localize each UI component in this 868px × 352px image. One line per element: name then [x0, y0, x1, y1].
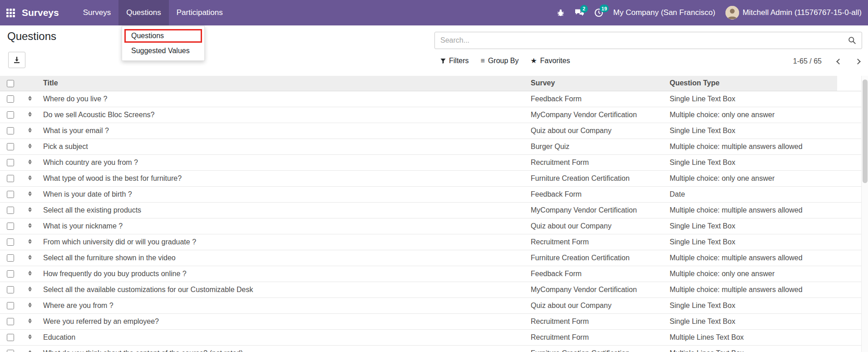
row-checkbox[interactable] — [7, 286, 14, 293]
drag-handle[interactable] — [21, 266, 39, 282]
drag-handle[interactable] — [21, 91, 39, 107]
row-checkbox[interactable] — [7, 95, 14, 103]
table-row[interactable]: Were you referred by an employee? Recrui… — [0, 313, 861, 329]
table-row[interactable]: Select all the furniture shown in the vi… — [0, 250, 861, 266]
drag-handle[interactable] — [21, 218, 39, 234]
row-checkbox[interactable] — [7, 223, 14, 230]
search-input[interactable] — [435, 36, 843, 45]
menu-item-surveys[interactable]: Surveys — [75, 0, 118, 25]
table-row[interactable]: Education Recruitment Form Multiple Line… — [0, 329, 861, 345]
row-title: Do we sell Acoustic Bloc Screens? — [39, 107, 526, 123]
sort-arrows-icon — [28, 238, 32, 244]
table-row[interactable]: From which university did or will you gr… — [0, 234, 861, 250]
drag-handle[interactable] — [21, 123, 39, 139]
table-row[interactable]: When is your date of birth ? Feedback Fo… — [0, 186, 861, 202]
row-checkbox[interactable] — [7, 270, 14, 278]
drag-handle[interactable] — [21, 154, 39, 170]
row-checkbox[interactable] — [7, 334, 14, 341]
row-checkbox[interactable] — [7, 143, 14, 150]
drag-handle[interactable] — [21, 297, 39, 313]
table-row[interactable]: What do you think about the content of t… — [0, 345, 861, 352]
dropdown-item-suggested-values[interactable]: Suggested Values — [122, 44, 204, 58]
export-button[interactable] — [8, 52, 25, 68]
column-header-survey[interactable]: Survey — [526, 76, 665, 91]
drag-handle[interactable] — [21, 107, 39, 123]
menu-item-participations[interactable]: Participations — [169, 0, 231, 25]
row-select-cell — [0, 282, 21, 297]
select-all-checkbox[interactable] — [7, 80, 14, 87]
pager-next-button[interactable] — [855, 59, 861, 64]
table-row[interactable]: Pick a subject Burger Quiz Multiple choi… — [0, 139, 861, 154]
activities-menu-button[interactable]: 19 — [594, 8, 603, 17]
table-row[interactable]: Select all the available customizations … — [0, 282, 861, 297]
app-brand[interactable]: Surveys — [22, 0, 59, 25]
row-checkbox[interactable] — [7, 207, 14, 214]
search-options: Filters ≡ Group By ★ Favorites — [437, 55, 574, 67]
dropdown-item-questions[interactable]: Questions — [124, 29, 202, 43]
drag-handle[interactable] — [21, 313, 39, 329]
row-survey: Recruitment Form — [526, 313, 665, 329]
pager-range[interactable]: 1-65 / 65 — [793, 57, 822, 65]
table-row[interactable]: How frequently do you buy products onlin… — [0, 266, 861, 282]
handle-header-cell — [21, 76, 39, 91]
table-row[interactable]: Which country are you from ? Recruitment… — [0, 154, 861, 170]
row-checkbox[interactable] — [7, 191, 14, 198]
search-button[interactable] — [843, 32, 862, 49]
pager-previous-button[interactable] — [836, 59, 842, 64]
row-select-cell — [0, 345, 21, 352]
row-checkbox[interactable] — [7, 111, 14, 119]
vertical-scrollbar[interactable] — [861, 76, 868, 352]
systray: 2 19 My Company (San Francisco) Mitchell… — [557, 0, 868, 25]
row-extra-cell — [837, 266, 861, 282]
row-title: Where do you live ? — [39, 91, 526, 107]
group-by-button[interactable]: ≡ Group By — [477, 55, 523, 67]
table-row[interactable]: What is your email ? Quiz about our Comp… — [0, 123, 861, 139]
filters-label: Filters — [449, 57, 469, 65]
table-row[interactable]: What is your nickname ? Quiz about our C… — [0, 218, 861, 234]
row-extra-cell — [837, 329, 861, 345]
row-extra-cell — [837, 202, 861, 218]
drag-handle[interactable] — [21, 329, 39, 345]
row-checkbox[interactable] — [7, 127, 14, 134]
row-title: Select all the existing products — [39, 202, 526, 218]
column-header-question-type[interactable]: Question Type — [665, 76, 837, 91]
row-checkbox[interactable] — [7, 302, 14, 309]
row-checkbox[interactable] — [7, 254, 14, 262]
table-row[interactable]: Where are you from ? Quiz about our Comp… — [0, 297, 861, 313]
row-select-cell — [0, 123, 21, 139]
company-switcher[interactable]: My Company (San Francisco) — [613, 8, 715, 17]
favorites-button[interactable]: ★ Favorites — [527, 55, 574, 67]
row-select-cell — [0, 266, 21, 282]
sort-arrows-icon — [28, 111, 32, 117]
row-checkbox[interactable] — [7, 175, 14, 182]
drag-handle[interactable] — [21, 170, 39, 186]
debug-menu-button[interactable] — [557, 9, 565, 17]
drag-handle[interactable] — [21, 186, 39, 202]
menu-item-questions[interactable]: Questions — [118, 0, 169, 25]
drag-handle[interactable] — [21, 345, 39, 352]
column-header-title[interactable]: Title — [39, 76, 526, 91]
scrollbar-thumb[interactable] — [863, 79, 868, 183]
row-checkbox[interactable] — [7, 238, 14, 246]
drag-handle[interactable] — [21, 234, 39, 250]
row-checkbox[interactable] — [7, 350, 14, 352]
table-row[interactable]: Do we sell Acoustic Bloc Screens? MyComp… — [0, 107, 861, 123]
table-row[interactable]: Where do you live ? Feedback Form Single… — [0, 91, 861, 107]
drag-handle[interactable] — [21, 202, 39, 218]
user-menu[interactable]: Mitchell Admin (11576767-15-0-all) — [725, 6, 862, 20]
row-checkbox[interactable] — [7, 159, 14, 166]
row-select-cell — [0, 297, 21, 313]
sort-arrows-icon — [28, 95, 32, 101]
sort-arrows-icon — [28, 175, 32, 181]
table-row[interactable]: Select all the existing products MyCompa… — [0, 202, 861, 218]
filters-button[interactable]: Filters — [437, 55, 473, 67]
table-row[interactable]: What type of wood is the best for furnit… — [0, 170, 861, 186]
drag-handle[interactable] — [21, 282, 39, 297]
apps-menu-button[interactable] — [0, 0, 21, 25]
row-checkbox[interactable] — [7, 318, 14, 325]
messages-count-badge: 2 — [580, 5, 588, 13]
drag-handle[interactable] — [21, 139, 39, 154]
row-select-cell — [0, 218, 21, 234]
messages-menu-button[interactable]: 2 — [575, 9, 584, 17]
drag-handle[interactable] — [21, 250, 39, 266]
